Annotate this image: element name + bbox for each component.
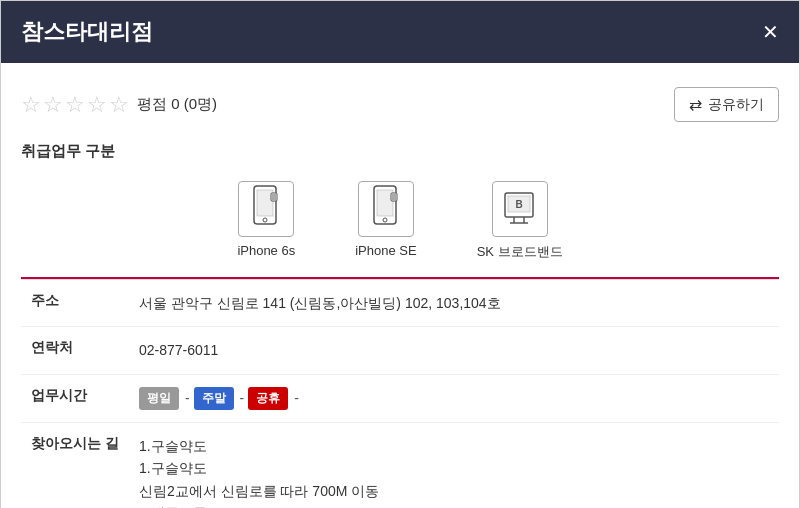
badge-weekday: 평일	[139, 387, 179, 410]
product-iphone6s: iPhone 6s	[207, 181, 325, 261]
hours-badges-row: 평일 - 주말 - 공휴 -	[139, 387, 769, 410]
star-3: ☆	[65, 92, 85, 118]
hours-row: 업무시간 평일 - 주말 - 공휴 -	[21, 374, 779, 422]
dash-1: -	[185, 387, 190, 409]
share-button[interactable]: ⇄ 공유하기	[674, 87, 779, 122]
star-rating: ☆ ☆ ☆ ☆ ☆	[21, 92, 129, 118]
dash-3: -	[294, 387, 299, 409]
iphoneSE-label: iPhone SE	[355, 243, 416, 258]
address-label: 주소	[21, 280, 129, 327]
modal-container: 참스타대리점 ✕ ☆ ☆ ☆ ☆ ☆ 평점 0 (0명) ⇄ 공유하기 취급업무	[0, 0, 800, 508]
iphone6s-label: iPhone 6s	[237, 243, 295, 258]
badge-holiday: 공휴	[248, 387, 288, 410]
skbb-label: SK 브로드밴드	[477, 243, 563, 261]
share-icon: ⇄	[689, 95, 702, 114]
rating-left: ☆ ☆ ☆ ☆ ☆ 평점 0 (0명)	[21, 92, 217, 118]
modal-header: 참스타대리점 ✕	[1, 1, 799, 63]
contact-value: 02-877-6011	[129, 327, 779, 374]
contact-label: 연락처	[21, 327, 129, 374]
hours-label: 업무시간	[21, 374, 129, 422]
star-5: ☆	[109, 92, 129, 118]
rating-text: 평점 0 (0명)	[137, 95, 217, 114]
contact-row: 연락처 02-877-6011	[21, 327, 779, 374]
modal-body: ☆ ☆ ☆ ☆ ☆ 평점 0 (0명) ⇄ 공유하기 취급업무 구분	[1, 63, 799, 508]
star-2: ☆	[43, 92, 63, 118]
directions-value: 1.구슬약도 1.구슬약도 신림2교에서 신림로를 따라 700M 이동 2.대…	[129, 422, 779, 508]
iphone6s-icon	[238, 181, 294, 237]
info-table: 주소 서울 관악구 신림로 141 (신림동,아산빌딩) 102, 103,10…	[21, 279, 779, 508]
product-iphoneSE: iPhone SE	[325, 181, 446, 261]
share-label: 공유하기	[708, 96, 764, 114]
address-value: 서울 관악구 신림로 141 (신림동,아산빌딩) 102, 103,104호	[129, 280, 779, 327]
dash-2: -	[240, 387, 245, 409]
close-button[interactable]: ✕	[762, 22, 779, 42]
products-row: iPhone 6s iPhone SE	[21, 173, 779, 279]
product-skbb: B SK 브로드밴드	[447, 181, 593, 261]
directions-label: 찾아오시는 길	[21, 422, 129, 508]
section-title: 취급업무 구분	[21, 138, 779, 173]
svg-text:B: B	[515, 199, 522, 210]
modal-title: 참스타대리점	[21, 17, 153, 47]
skbb-icon: B	[492, 181, 548, 237]
star-1: ☆	[21, 92, 41, 118]
rating-row: ☆ ☆ ☆ ☆ ☆ 평점 0 (0명) ⇄ 공유하기	[21, 79, 779, 138]
directions-row: 찾아오시는 길 1.구슬약도 1.구슬약도 신림2교에서 신림로를 따라 700…	[21, 422, 779, 508]
badge-weekend: 주말	[194, 387, 234, 410]
address-row: 주소 서울 관악구 신림로 141 (신림동,아산빌딩) 102, 103,10…	[21, 280, 779, 327]
star-4: ☆	[87, 92, 107, 118]
hours-value: 평일 - 주말 - 공휴 -	[129, 374, 779, 422]
iphoneSE-icon	[358, 181, 414, 237]
